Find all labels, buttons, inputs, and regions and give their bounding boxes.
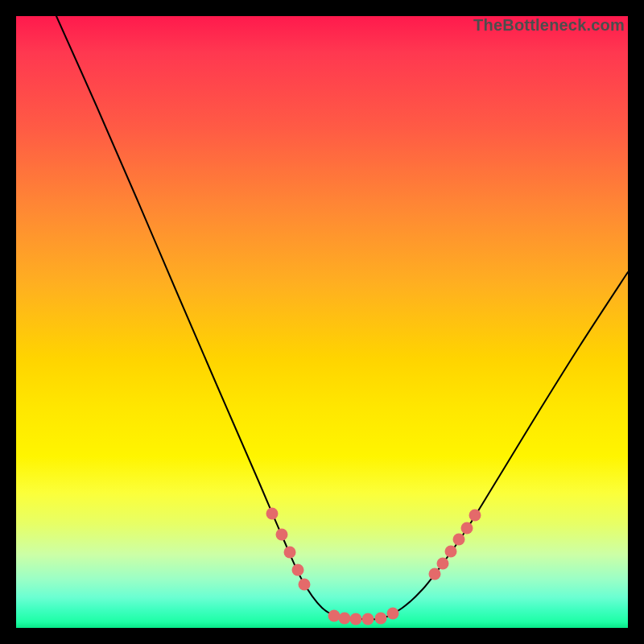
curve-marker: [461, 522, 473, 535]
curve-marker: [328, 610, 341, 622]
chart-svg: [16, 16, 628, 628]
curve-marker: [299, 579, 311, 591]
curve-marker: [375, 613, 387, 625]
chart-plot-area: [16, 16, 628, 628]
curve-marker: [266, 508, 279, 520]
curve-marker: [445, 546, 457, 558]
curve-marker: [350, 613, 362, 625]
chart-frame: TheBottleneck.com: [0, 0, 644, 644]
watermark-text: TheBottleneck.com: [473, 16, 625, 35]
curve-marker: [437, 558, 449, 570]
curve-marker: [387, 608, 399, 620]
curve-marker-group: [266, 508, 481, 625]
curve-marker: [453, 534, 465, 546]
curve-marker: [339, 613, 351, 625]
bottleneck-curve: [56, 16, 628, 619]
curve-marker: [469, 510, 481, 522]
curve-marker: [429, 568, 441, 580]
curve-marker: [292, 564, 304, 576]
curve-marker: [284, 547, 296, 559]
curve-marker: [276, 529, 288, 541]
curve-marker: [362, 613, 374, 625]
